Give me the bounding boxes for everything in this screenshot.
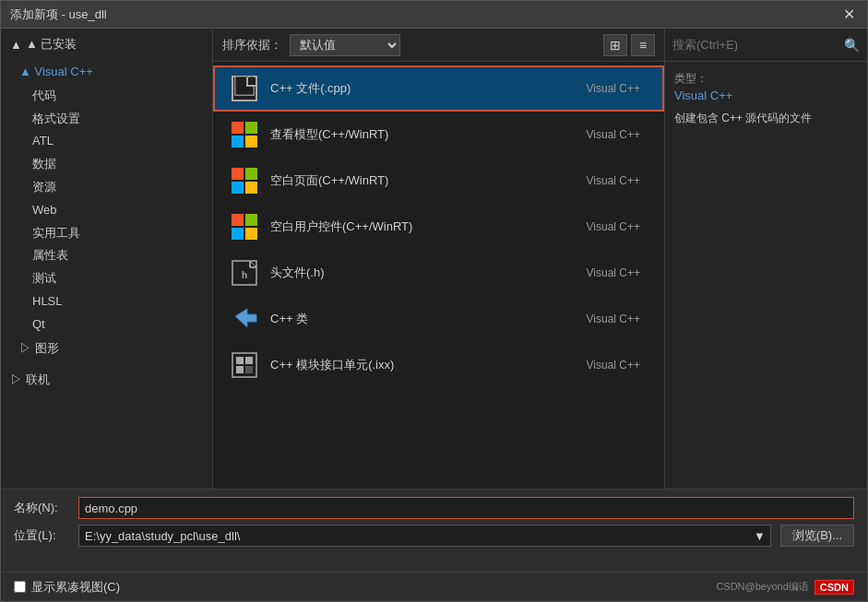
graphics-parent[interactable]: ▷ 图形 (10, 336, 212, 361)
csdn-badge: CSDN (814, 580, 854, 595)
cpp-class-icon (230, 304, 259, 334)
preview-checkbox-row: 显示累凑视图(C) (14, 579, 120, 596)
remote-label: ▷ 联机 (10, 372, 50, 388)
sidebar-item-atl[interactable]: ATL (25, 130, 212, 153)
header-file-icon: h (230, 258, 259, 288)
item-name-userctrl: 空白用户控件(C++/WinRT) (270, 218, 576, 235)
sidebar: ▲ ▲ 已安装 ▲ Visual C++ 代码 格式设置 ATL 数据 资源 W… (1, 29, 213, 489)
location-label: 位置(L): (14, 527, 69, 544)
sort-label: 排序依据： (222, 37, 282, 53)
list-item[interactable]: C++ 模块接口单元(.ixx) Visual C++ (213, 342, 664, 388)
svg-rect-12 (245, 357, 253, 364)
grid-view-button[interactable]: ⊞ (603, 34, 627, 56)
browse-button[interactable]: 浏览(B)... (780, 525, 854, 547)
name-input[interactable] (78, 497, 854, 519)
list-item[interactable]: 查看模型(C++/WinRT) Visual C++ (213, 112, 664, 158)
item-name-class: C++ 类 (270, 311, 576, 327)
item-category-class: Visual C++ (587, 313, 648, 325)
list-item[interactable]: C++ 类 Visual C++ (213, 296, 664, 342)
main-content: 排序依据： 默认值 ⊞ ≡ (213, 29, 664, 489)
item-name-cpp: C++ 文件(.cpp) (270, 80, 576, 97)
search-input[interactable] (672, 38, 838, 52)
name-label: 名称(N): (14, 500, 69, 516)
visual-cpp-parent[interactable]: ▲ Visual C++ (10, 60, 212, 85)
info-type-label: 类型： (674, 71, 858, 87)
info-panel: 类型： Visual C++ 创建包含 C++ 源代码的文件 (665, 62, 867, 489)
remote-section[interactable]: ▷ 联机 (1, 364, 212, 395)
item-name-blankpage: 空白页面(C++/WinRT) (270, 172, 576, 189)
footer: 显示累凑视图(C) CSDN@beyond编语 CSDN (1, 572, 867, 601)
installed-section[interactable]: ▲ ▲ 已安装 (1, 29, 212, 60)
sidebar-item-qt[interactable]: Qt (25, 313, 212, 336)
item-category-cpp: Visual C++ (587, 82, 648, 95)
sidebar-item-format[interactable]: 格式设置 (25, 108, 212, 131)
item-name-viewmodel: 查看模型(C++/WinRT) (270, 126, 576, 143)
list-item[interactable]: 空白用户控件(C++/WinRT) Visual C++ (213, 204, 664, 250)
svg-rect-14 (245, 366, 253, 373)
item-category-blankpage: Visual C++ (587, 174, 648, 187)
name-row: 名称(N): (14, 497, 854, 519)
dialog-title: 添加新项 - use_dll (10, 6, 107, 23)
watermark-text: CSDN@beyond编语 (716, 580, 808, 594)
title-bar: 添加新项 - use_dll ✕ (1, 1, 867, 29)
item-category-header: Visual C++ (587, 266, 648, 279)
sort-select[interactable]: 默认值 (290, 34, 400, 56)
item-name-module: C++ 模块接口单元(.ixx) (270, 357, 576, 373)
cpp-module-icon (230, 350, 259, 380)
header-icon-svg: h (232, 260, 257, 286)
right-panel: 🔍 类型： Visual C++ 创建包含 C++ 源代码的文件 (664, 29, 867, 489)
search-bar: 🔍 (665, 29, 867, 62)
installed-arrow: ▲ (10, 38, 22, 52)
list-view-button[interactable]: ≡ (631, 34, 655, 56)
svg-rect-0 (235, 77, 254, 95)
info-type-value: Visual C++ (674, 89, 858, 102)
path-select[interactable]: E:\yy_data\study_pcl\use_dll\ (78, 525, 771, 547)
path-select-wrapper: E:\yy_data\study_pcl\use_dll\ ▼ (78, 525, 771, 547)
add-new-item-dialog: 添加新项 - use_dll ✕ ▲ ▲ 已安装 ▲ Visual C++ 代码… (0, 0, 868, 602)
winrt-userctrl-icon (230, 212, 259, 242)
item-category-userctrl: Visual C++ (587, 220, 648, 233)
sidebar-item-hlsl[interactable]: HLSL (25, 290, 212, 313)
svg-rect-11 (236, 357, 244, 364)
sidebar-item-data[interactable]: 数据 (25, 153, 212, 176)
sidebar-item-test[interactable]: 测试 (25, 267, 212, 290)
item-category-viewmodel: Visual C++ (587, 128, 648, 141)
bottom-bar: 名称(N): 位置(L): E:\yy_data\study_pcl\use_d… (1, 489, 867, 572)
installed-label: ▲ 已安装 (26, 36, 77, 53)
close-button[interactable]: ✕ (839, 6, 858, 24)
info-description: 创建包含 C++ 源代码的文件 (674, 110, 858, 126)
svg-marker-1 (249, 77, 255, 82)
sidebar-item-web[interactable]: Web (25, 199, 212, 222)
sidebar-group: ▲ Visual C++ 代码 格式设置 ATL 数据 资源 Web 实用工具 … (1, 60, 212, 360)
svg-text:h: h (242, 270, 247, 280)
grid-icon: ⊞ (610, 38, 621, 53)
sidebar-item-code[interactable]: 代码 (25, 85, 212, 108)
graphics-label: ▷ 图形 (19, 339, 59, 359)
sidebar-item-utilities[interactable]: 实用工具 (25, 222, 212, 245)
svg-rect-13 (236, 366, 244, 373)
visual-cpp-label: ▲ Visual C++ (19, 63, 93, 82)
list-icon: ≡ (639, 38, 647, 53)
module-icon-svg (231, 351, 258, 379)
items-list: C++ 文件(.cpp) Visual C++ 查看模型(C++/WinRT) … (213, 62, 664, 489)
list-item[interactable]: 空白页面(C++/WinRT) Visual C++ (213, 158, 664, 204)
list-item[interactable]: C++ 文件(.cpp) Visual C++ (213, 65, 664, 112)
winrt-blank-icon (230, 166, 259, 195)
list-item[interactable]: h 头文件(.h) Visual C++ (213, 250, 664, 296)
toolbar: 排序依据： 默认值 ⊞ ≡ (213, 29, 664, 62)
sidebar-item-resources[interactable]: 资源 (25, 176, 212, 199)
toolbar-icons: ⊞ ≡ (603, 34, 655, 56)
item-name-header: 头文件(.h) (270, 265, 576, 281)
cpp-icon-svg (234, 73, 255, 99)
visual-cpp-subitems: 代码 格式设置 ATL 数据 资源 Web 实用工具 属性表 测试 HLSL Q… (10, 85, 212, 336)
winrt-view-icon (230, 120, 259, 149)
dialog-body: ▲ ▲ 已安装 ▲ Visual C++ 代码 格式设置 ATL 数据 资源 W… (1, 29, 867, 489)
search-icon: 🔍 (844, 38, 860, 53)
cpp-file-icon (230, 74, 259, 103)
item-category-module: Visual C++ (587, 359, 648, 372)
show-preview-checkbox[interactable] (14, 581, 26, 593)
location-row: 位置(L): E:\yy_data\study_pcl\use_dll\ ▼ 浏… (14, 525, 854, 547)
show-preview-label: 显示累凑视图(C) (31, 579, 120, 596)
svg-rect-10 (232, 353, 256, 377)
sidebar-item-properties[interactable]: 属性表 (25, 244, 212, 267)
